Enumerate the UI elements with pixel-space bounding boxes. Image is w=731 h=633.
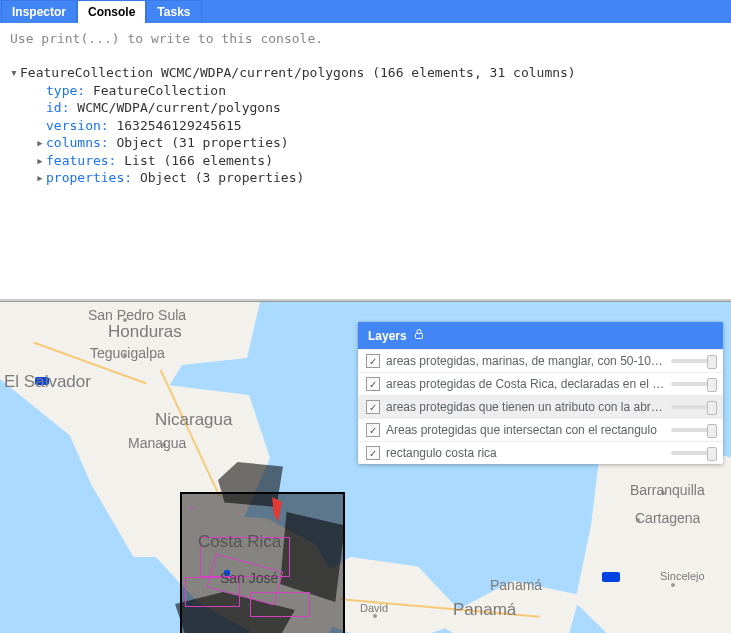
- svg-rect-0: [415, 334, 422, 339]
- layers-title: Layers: [368, 329, 407, 343]
- opacity-slider[interactable]: [671, 382, 715, 386]
- map[interactable]: San Pedro Sula Honduras Tegucigalpa El S…: [0, 301, 731, 633]
- expand-icon[interactable]: ▸: [36, 152, 46, 170]
- city-dot: [661, 491, 665, 495]
- tree-features[interactable]: ▸features: List (166 elements): [36, 152, 721, 170]
- tree-properties[interactable]: ▸properties: Object (3 properties): [36, 169, 721, 187]
- layer-row[interactable]: ✓ areas protegidas, marinas, de manglar,…: [358, 349, 723, 372]
- tree-columns[interactable]: ▸columns: Object (31 properties): [36, 134, 721, 152]
- opacity-slider[interactable]: [671, 405, 715, 409]
- pink-polygon: [250, 592, 310, 617]
- blue-feature: [602, 572, 620, 582]
- expand-icon[interactable]: ▸: [36, 134, 46, 152]
- blue-feature: [35, 377, 49, 385]
- tree-root[interactable]: ▾FeatureCollection WCMC/WDPA/current/pol…: [10, 64, 721, 82]
- opacity-slider[interactable]: [671, 451, 715, 455]
- layer-checkbox[interactable]: ✓: [366, 377, 380, 391]
- layer-checkbox[interactable]: ✓: [366, 354, 380, 368]
- layer-label: areas protegidas, marinas, de manglar, c…: [386, 354, 665, 368]
- opacity-slider[interactable]: [671, 359, 715, 363]
- console-panel: Use print(...) to write to this console.…: [0, 23, 731, 301]
- pink-polygon: [185, 577, 240, 607]
- layer-label: rectangulo costa rica: [386, 446, 665, 460]
- tab-bar: Inspector Console Tasks: [0, 0, 731, 23]
- layer-row[interactable]: ✓ areas protegidas que tienen un atribut…: [358, 395, 723, 418]
- layer-checkbox[interactable]: ✓: [366, 400, 380, 414]
- lock-icon[interactable]: [413, 328, 425, 343]
- tree-type: type: FeatureCollection: [36, 82, 721, 100]
- console-hint: Use print(...) to write to this console.: [10, 31, 721, 46]
- layer-checkbox[interactable]: ✓: [366, 446, 380, 460]
- city-dot: [636, 518, 640, 522]
- opacity-slider[interactable]: [671, 428, 715, 432]
- layers-panel: Layers ✓ areas protegidas, marinas, de m…: [358, 322, 723, 464]
- tab-inspector[interactable]: Inspector: [1, 0, 77, 23]
- collapse-icon[interactable]: ▾: [10, 64, 20, 82]
- layer-row[interactable]: ✓ Areas protegidas que intersectan con e…: [358, 418, 723, 441]
- blue-feature: [224, 570, 230, 576]
- city-dot: [373, 614, 377, 618]
- city-dot: [671, 583, 675, 587]
- land-panama: [310, 557, 580, 633]
- layer-label: areas protegidas que tienen un atributo …: [386, 400, 665, 414]
- tree-version: version: 1632546129245615: [36, 117, 721, 135]
- city-dot: [162, 443, 166, 447]
- city-dot: [123, 353, 127, 357]
- layer-label: Areas protegidas que intersectan con el …: [386, 423, 665, 437]
- layers-header[interactable]: Layers: [358, 322, 723, 349]
- city-dot: [123, 318, 127, 322]
- tab-console[interactable]: Console: [77, 0, 146, 23]
- tab-tasks[interactable]: Tasks: [146, 0, 201, 23]
- layer-row[interactable]: ✓ rectangulo costa rica: [358, 441, 723, 464]
- layer-checkbox[interactable]: ✓: [366, 423, 380, 437]
- tree-id: id: WCMC/WDPA/current/polygons: [36, 99, 721, 117]
- layer-row[interactable]: ✓ areas protegidas de Costa Rica, declar…: [358, 372, 723, 395]
- land-colombia: [575, 437, 731, 633]
- expand-icon[interactable]: ▸: [36, 169, 46, 187]
- layer-label: areas protegidas de Costa Rica, declarad…: [386, 377, 665, 391]
